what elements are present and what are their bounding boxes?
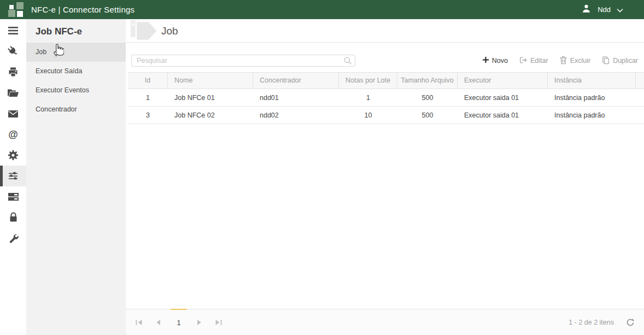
servers-icon[interactable] <box>0 186 26 207</box>
table-row[interactable]: 1 Job NFCe 01 ndd01 1 500 Executor saida… <box>128 89 644 107</box>
grid-toolbar: Novo Editar Excluir <box>482 56 638 66</box>
col-header-executor[interactable]: Executor <box>458 73 548 89</box>
sliders-icon[interactable] <box>0 166 26 186</box>
refresh-button[interactable] <box>626 318 635 327</box>
cell-tamanho-arquivo[interactable]: 500 <box>397 94 458 102</box>
sidebar-item-executor-saida[interactable]: Executor Saída <box>26 62 126 81</box>
grid-area: Novo Editar Excluir <box>126 43 644 309</box>
cell-tamanho-arquivo[interactable]: 500 <box>397 111 458 119</box>
cell-nome[interactable]: Job NFCe 01 <box>168 94 253 102</box>
cell-concentrador[interactable]: ndd01 <box>253 94 339 102</box>
data-grid: Id Nome Concentrador Notas por Lote Tama… <box>128 72 644 124</box>
pager-first-button[interactable] <box>132 309 145 335</box>
search-input[interactable] <box>131 55 355 67</box>
folder-icon[interactable] <box>0 83 26 103</box>
chevron-down-icon <box>617 5 623 15</box>
topbar: NFC-e | Connector Settings Ndd <box>0 0 644 19</box>
duplicar-button[interactable]: Duplicar <box>601 56 638 66</box>
table-header-row: Id Nome Concentrador Notas por Lote Tama… <box>128 72 644 89</box>
edit-icon <box>519 56 528 66</box>
wrench-icon[interactable] <box>0 228 26 249</box>
pager-prev-button[interactable] <box>151 309 165 335</box>
col-header-filler <box>636 73 644 89</box>
printer-icon[interactable] <box>0 62 26 83</box>
cell-executor[interactable]: Executor saida 01 <box>458 94 548 102</box>
search-box <box>131 55 355 67</box>
novo-button[interactable]: Novo <box>482 56 508 65</box>
pager-page-1[interactable]: 1 <box>171 309 187 335</box>
excluir-button[interactable]: Excluir <box>559 56 591 66</box>
page-title: Job <box>161 19 178 43</box>
active-rail-indicator <box>0 166 3 186</box>
pager: 1 1 - 2 de 2 itens <box>126 309 644 335</box>
lock-icon[interactable] <box>0 207 26 228</box>
cell-notas-por-lote[interactable]: 10 <box>339 111 397 119</box>
cell-nome[interactable]: Job NFCe 02 <box>168 111 253 119</box>
tags-icon <box>128 19 160 43</box>
cell-id[interactable]: 3 <box>128 111 168 119</box>
copy-icon <box>601 56 610 66</box>
user-menu[interactable]: Ndd <box>581 3 644 16</box>
at-sign-icon[interactable]: @ <box>0 124 26 145</box>
hamburger-menu-icon[interactable] <box>0 20 26 41</box>
icon-rail: @ <box>0 19 26 335</box>
pager-info: 1 - 2 de 2 itens <box>569 319 614 326</box>
trash-icon <box>559 56 567 66</box>
sidebar-item-job[interactable]: Job <box>26 43 126 62</box>
app-title: NFC-e | Connector Settings <box>31 5 134 14</box>
cell-instancia[interactable]: Instância padrão <box>548 94 636 102</box>
gear-icon[interactable] <box>0 145 26 166</box>
cell-id[interactable]: 1 <box>128 94 168 102</box>
plus-icon <box>482 56 489 65</box>
col-header-instancia[interactable]: Instância <box>548 73 636 89</box>
cell-instancia[interactable]: Instância padrão <box>548 111 636 119</box>
cell-notas-por-lote[interactable]: 1 <box>339 94 397 102</box>
pager-next-button[interactable] <box>193 309 206 335</box>
user-name: Ndd <box>598 5 611 14</box>
sidebar-item-executor-eventos[interactable]: Executor Eventos <box>26 81 126 100</box>
module-sidebar: Job NFC-e Job Executor Saída Executor Ev… <box>26 19 126 335</box>
page-header: Job <box>126 19 644 43</box>
main-content: Job Novo E <box>126 19 644 335</box>
col-header-tamanho-arquivo[interactable]: Tamanho Arquivo <box>397 73 458 89</box>
mail-icon[interactable] <box>0 103 26 124</box>
sidebar-title: Job NFC-e <box>26 19 126 43</box>
sidebar-item-concentrador[interactable]: Concentrador <box>26 100 126 119</box>
col-header-concentrador[interactable]: Concentrador <box>253 73 339 89</box>
pager-last-button[interactable] <box>212 309 225 335</box>
plug-icon[interactable] <box>0 41 26 62</box>
editar-button[interactable]: Editar <box>519 56 548 66</box>
cell-executor[interactable]: Executor saida 01 <box>458 111 548 119</box>
search-icon <box>343 56 352 67</box>
col-header-notas-por-lote[interactable]: Notas por Lote <box>339 73 397 89</box>
col-header-nome[interactable]: Nome <box>168 73 253 89</box>
ndd-logo-squares-icon <box>3 0 25 19</box>
cell-concentrador[interactable]: ndd02 <box>253 111 339 119</box>
table-row[interactable]: 3 Job NFCe 02 ndd02 10 500 Executor said… <box>128 107 644 124</box>
col-header-id[interactable]: Id <box>128 73 168 89</box>
person-icon <box>581 3 592 16</box>
